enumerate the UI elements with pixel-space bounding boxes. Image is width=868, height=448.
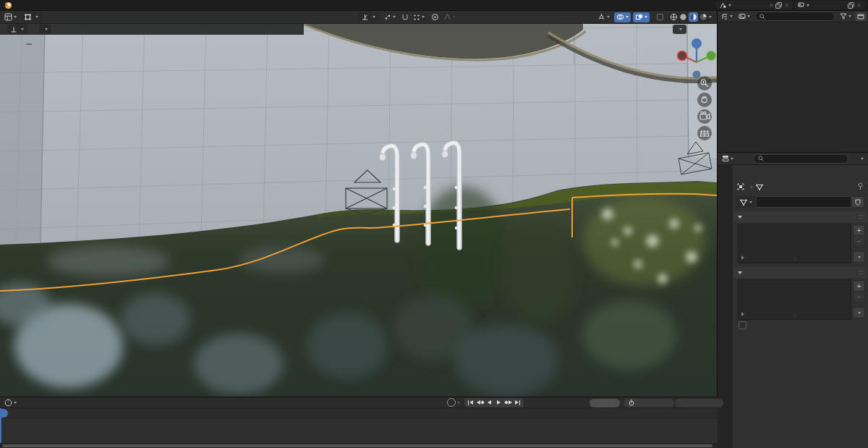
add-rest-position-checkbox[interactable] <box>739 321 746 329</box>
new-scene-icon[interactable] <box>775 2 782 9</box>
show-gizmo-toggle[interactable] <box>595 12 612 22</box>
auto-keying-toggle[interactable] <box>447 398 456 407</box>
snap-settings-selector[interactable] <box>411 12 427 22</box>
blender-logo-icon[interactable] <box>3 1 12 9</box>
viewlayer-selector[interactable]: × <box>794 1 865 9</box>
timeline-scroll-area <box>0 443 718 448</box>
new-viewlayer-icon[interactable] <box>848 2 854 9</box>
datablock-name-field[interactable] <box>756 196 851 208</box>
snap-toggle[interactable] <box>399 12 411 22</box>
vertex-groups-list[interactable]: :::: <box>738 224 851 263</box>
previous-keyframe-button[interactable] <box>475 398 485 407</box>
proportional-falloff-selector[interactable] <box>441 12 458 22</box>
proportional-editing-toggle[interactable] <box>429 12 441 22</box>
scene-selector[interactable]: ⌖ × <box>716 1 793 9</box>
next-keyframe-button[interactable] <box>503 398 513 407</box>
options-button[interactable] <box>673 25 686 34</box>
editor-type-properties-icon[interactable] <box>720 153 736 164</box>
gizmo-x-axis[interactable] <box>678 51 687 61</box>
shape-keys-panel-header[interactable]: :::: <box>733 267 867 278</box>
vertex-group-remove-button[interactable]: − <box>853 235 865 247</box>
show-overlays-toggle[interactable] <box>614 12 631 22</box>
shading-material-icon[interactable] <box>689 12 698 22</box>
properties-header <box>718 153 868 165</box>
new-collection-button[interactable] <box>855 12 867 21</box>
viewport-3d[interactable] <box>0 11 718 397</box>
editor-type-outliner-icon[interactable] <box>719 12 735 22</box>
shape-keys-list[interactable]: :::: <box>738 279 851 320</box>
zoom-view-icon[interactable] <box>697 76 712 90</box>
vertex-group-add-button[interactable]: + <box>853 224 865 236</box>
mode-selector[interactable] <box>21 12 42 22</box>
vertex-group-specials-button[interactable] <box>853 251 865 263</box>
viewport-scene[interactable] <box>0 24 718 397</box>
frame-end-field[interactable] <box>675 399 723 407</box>
shape-key-remove-button[interactable]: − <box>853 291 865 303</box>
pin-icon[interactable]: ⌖ <box>770 1 773 9</box>
scene-icon <box>720 2 726 9</box>
timeline-scrollbar[interactable] <box>2 444 712 447</box>
properties-content: › :::: :::: + − :::: <box>733 165 868 448</box>
shading-wireframe-icon[interactable] <box>670 13 678 21</box>
properties-editor: › :::: :::: + − :::: <box>718 153 868 448</box>
timeline-header <box>0 397 718 408</box>
shading-rendered-icon[interactable] <box>699 13 707 21</box>
unlink-scene-icon[interactable]: × <box>784 1 789 9</box>
shape-key-add-button[interactable]: + <box>853 280 865 292</box>
properties-options-chevron[interactable] <box>861 158 864 160</box>
pan-view-icon[interactable] <box>697 93 712 107</box>
fake-user-button[interactable] <box>851 196 864 208</box>
properties-search-input[interactable] <box>754 154 848 164</box>
topbar: ⌖ × × <box>0 0 868 11</box>
outliner-header <box>718 11 868 22</box>
viewport-overlay-text <box>26 40 32 46</box>
drag-dropdown[interactable] <box>39 25 51 34</box>
tool-settings-bar <box>0 24 304 35</box>
vertex-groups-panel-header[interactable]: :::: <box>733 211 867 222</box>
gizmo-y-axis[interactable] <box>707 51 716 61</box>
play-reverse-button[interactable] <box>485 398 494 407</box>
viewlayer-icon <box>798 2 804 9</box>
outliner-display-mode-selector[interactable] <box>736 12 752 22</box>
timeline-ruler[interactable] <box>0 408 718 418</box>
object-icon <box>737 183 744 190</box>
wall-left-corner <box>0 24 45 250</box>
play-button[interactable] <box>494 398 503 407</box>
timeline-editor <box>0 397 718 448</box>
mesh-datablock-selector[interactable] <box>736 196 756 208</box>
timeline-tracks[interactable] <box>0 418 718 443</box>
camera-view-icon[interactable] <box>697 109 712 124</box>
shape-key-specials-button[interactable] <box>853 307 865 318</box>
shading-wireframe-button[interactable] <box>654 12 666 22</box>
datablock-name-row <box>736 196 864 208</box>
add-rest-position-row <box>739 321 750 329</box>
current-frame-field[interactable] <box>590 399 620 407</box>
jump-to-end-button[interactable] <box>513 398 522 407</box>
gizmo-z-axis[interactable] <box>692 38 702 48</box>
pin-id-icon[interactable] <box>857 182 864 190</box>
mesh-data-icon <box>756 184 763 190</box>
editor-type-timeline-icon[interactable] <box>2 397 19 407</box>
transform-orientation-selector[interactable] <box>358 12 379 22</box>
outliner <box>718 11 868 153</box>
outliner-filter-button[interactable] <box>838 12 854 22</box>
remove-viewlayer-icon[interactable]: × <box>856 1 861 9</box>
collection-context-label <box>26 43 32 45</box>
orthographic-toggle-icon[interactable] <box>697 126 712 140</box>
outliner-search-input[interactable] <box>755 12 835 21</box>
shading-solid-icon[interactable] <box>679 13 687 21</box>
breadcrumb: › <box>737 181 766 193</box>
orientation-dropdown[interactable] <box>7 25 27 34</box>
xray-toggle[interactable] <box>633 12 650 22</box>
editor-type-viewport-icon[interactable] <box>2 12 19 22</box>
outliner-tree <box>718 22 868 25</box>
frame-start-field[interactable] <box>624 399 674 407</box>
pivot-point-selector[interactable] <box>382 12 398 22</box>
jump-to-start-button[interactable] <box>466 398 475 407</box>
playback-controls <box>464 398 524 407</box>
gizmo-minus-z[interactable] <box>693 71 701 79</box>
